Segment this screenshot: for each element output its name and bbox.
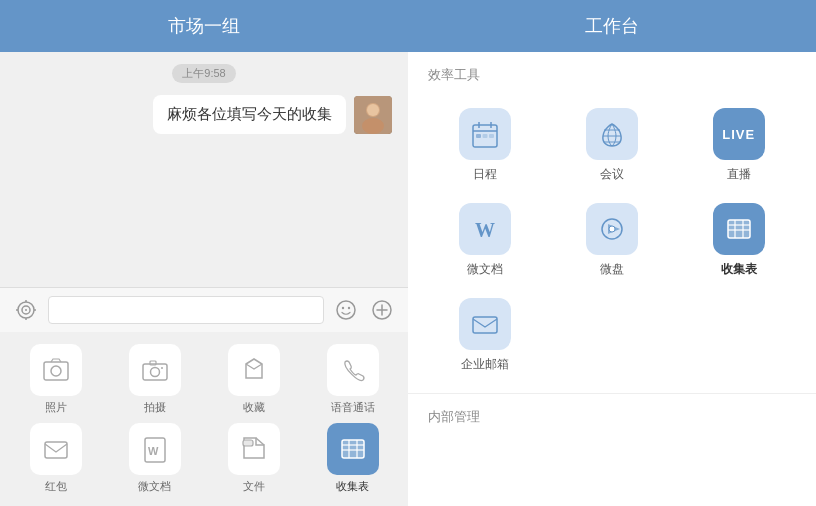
svg-point-12 [342,307,344,309]
app-disk[interactable]: 微盘 [551,195,674,286]
collect-icon-box [228,344,280,396]
meeting-icon [586,108,638,160]
chat-area: 上午9:58 麻烦各位填写今天的收集 [0,52,408,287]
svg-point-13 [348,307,350,309]
svg-text:W: W [475,219,495,241]
tool-collect-label: 收藏 [243,400,265,415]
emoji-button[interactable] [332,296,360,324]
tool-envelope[interactable]: 红包 [10,423,101,494]
app-schedule[interactable]: 日程 [424,100,547,191]
live-label: 直播 [727,166,751,183]
divider [408,393,816,394]
file-icon-box [228,423,280,475]
svg-point-11 [337,301,355,319]
svg-rect-39 [489,134,494,138]
wdoc-icon-box: W [129,423,181,475]
avatar [354,96,392,134]
svg-point-46 [609,226,615,232]
tool-file-label: 文件 [243,479,265,494]
disk-label: 微盘 [600,261,624,278]
svg-rect-37 [476,134,481,138]
plus-button[interactable] [368,296,396,324]
timestamp: 上午9:58 [172,64,235,83]
left-panel-header: 市场一组 [0,0,408,52]
svg-rect-23 [45,442,67,458]
schedule-label: 日程 [473,166,497,183]
right-panel-header: 工作台 [408,0,816,52]
svg-point-22 [161,367,163,369]
toolbar-grid: 照片 拍摄 收藏 [0,332,408,506]
svg-rect-53 [473,317,497,333]
svg-point-6 [25,309,27,311]
app-collecttable-right[interactable]: 收集表 [677,195,800,286]
app-live[interactable]: LIVE 直播 [677,100,800,191]
collecttable-right-label: 收集表 [721,261,757,278]
svg-point-20 [150,368,159,377]
app-meeting[interactable]: 会议 [551,100,674,191]
schedule-icon [459,108,511,160]
meeting-label: 会议 [600,166,624,183]
message-row: 麻烦各位填写今天的收集 [16,95,392,134]
envelope-icon-box [30,423,82,475]
phone-icon-box [327,344,379,396]
tool-wdoc[interactable]: W 微文档 [109,423,200,494]
left-panel: 市场一组 上午9:58 麻烦各位填写今天的收集 [0,0,408,506]
collecttable-icon-box [327,423,379,475]
right-panel: 工作台 效率工具 日程 [408,0,816,506]
email-icon [459,298,511,350]
wdoc-right-icon: W [459,203,511,255]
tool-camera[interactable]: 拍摄 [109,344,200,415]
svg-point-2 [362,118,384,134]
chat-input[interactable] [48,296,324,324]
tool-file[interactable]: 文件 [208,423,299,494]
voice-button[interactable] [12,296,40,324]
section1-title: 效率工具 [408,52,816,92]
svg-rect-17 [44,362,68,380]
svg-rect-19 [143,364,167,380]
svg-rect-38 [483,134,488,138]
tool-collecttable-label: 收集表 [336,479,369,494]
disk-icon [586,203,638,255]
svg-rect-27 [342,440,364,458]
app-email[interactable]: 企业邮箱 [424,290,547,381]
email-label: 企业邮箱 [461,356,509,373]
section2-title: 内部管理 [408,398,816,432]
message-bubble: 麻烦各位填写今天的收集 [153,95,346,134]
app-grid: 日程 会议 LIVE 直播 [408,92,816,389]
tool-phone-label: 语音通话 [331,400,375,415]
input-bar [0,287,408,332]
svg-text:W: W [148,445,159,457]
svg-rect-47 [728,220,750,238]
camera-icon-box [129,344,181,396]
tool-photo[interactable]: 照片 [10,344,101,415]
app-wdoc[interactable]: W 微文档 [424,195,547,286]
collecttable-right-icon [713,203,765,255]
wdoc-right-label: 微文档 [467,261,503,278]
svg-point-3 [367,104,379,116]
svg-rect-26 [243,440,253,446]
tool-phone[interactable]: 语音通话 [307,344,398,415]
tool-photo-label: 照片 [45,400,67,415]
tool-wdoc-label: 微文档 [138,479,171,494]
tool-camera-label: 拍摄 [144,400,166,415]
tool-collecttable[interactable]: 收集表 [307,423,398,494]
tool-collect[interactable]: 收藏 [208,344,299,415]
photo-icon-box [30,344,82,396]
svg-point-18 [51,366,61,376]
live-icon: LIVE [713,108,765,160]
tool-envelope-label: 红包 [45,479,67,494]
